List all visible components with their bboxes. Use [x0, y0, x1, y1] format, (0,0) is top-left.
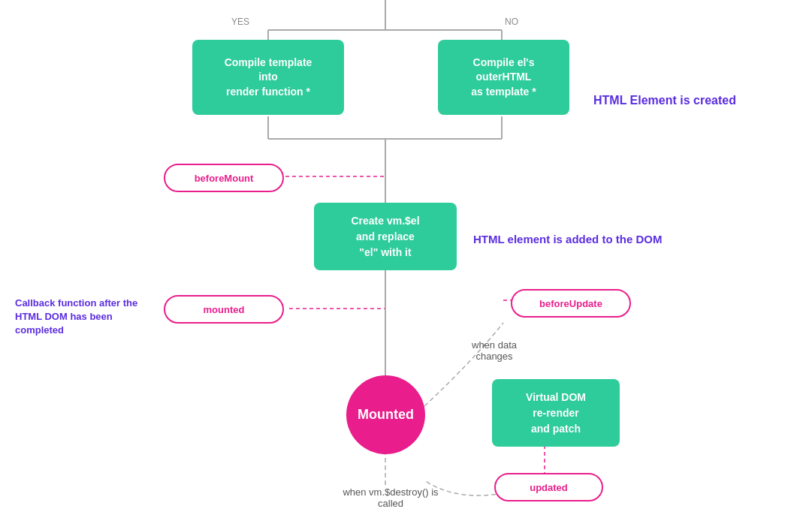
yes-label: YES [231, 17, 249, 27]
no-label: NO [505, 17, 518, 27]
updated-hook: updated [494, 473, 603, 501]
callback-label: Callback function after the HTML DOM has… [15, 297, 161, 338]
mounted-hook: mounted [164, 295, 284, 324]
create-vm-box: Create vm.$el and replace "el" with it [314, 203, 457, 270]
html-element-added-label: HTML element is added to the DOM [473, 233, 662, 245]
virtual-dom-box: Virtual DOM re-render and patch [492, 379, 620, 447]
lifecycle-diagram: YES NO Compile template into render func… [0, 0, 812, 524]
beforeupdate-hook: beforeUpdate [511, 289, 631, 318]
when-destroy-label: when vm.$destroy() is called [342, 486, 439, 509]
html-element-created-label: HTML Element is created [593, 94, 736, 107]
compile-template-box: Compile template into render function * [192, 40, 344, 115]
when-data-changes-label: when data changes [453, 339, 536, 362]
beforemount-hook: beforeMount [164, 164, 284, 192]
mounted-circle: Mounted [346, 375, 425, 454]
compile-el-box: Compile el's outerHTML as template * [438, 40, 569, 115]
